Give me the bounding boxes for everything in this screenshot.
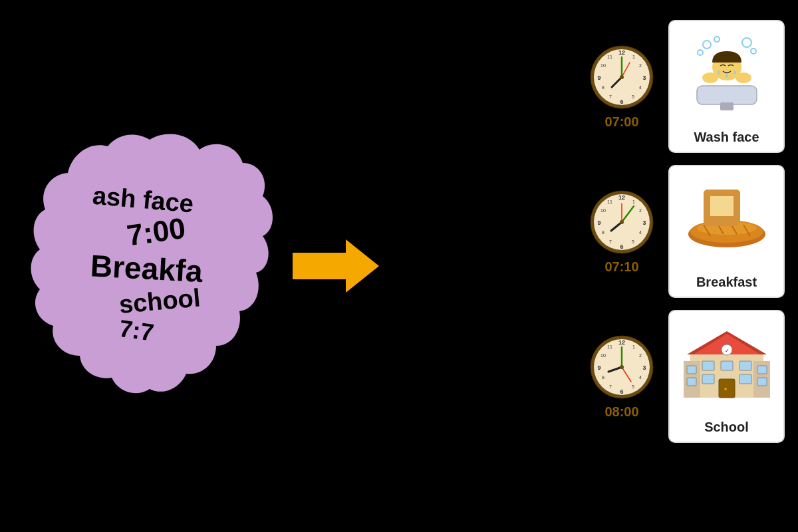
schedule-item-2: 12 3 6 9 1 2 4 5 11 10 8 7	[589, 165, 785, 298]
clock-wrapper-3: 12 3 6 9 1 2 4 5 11 10 8 7	[589, 334, 655, 420]
svg-text:4: 4	[639, 85, 642, 90]
svg-point-27	[702, 72, 718, 83]
activity-card-2: Breakfast	[668, 165, 785, 298]
clock-3: 12 3 6 9 1 2 4 5 11 10 8 7	[589, 334, 655, 400]
svg-text:11: 11	[607, 55, 612, 59]
schedule-item-3: 12 3 6 9 1 2 4 5 11 10 8 7	[589, 310, 785, 443]
svg-text:12: 12	[618, 49, 625, 56]
clock-2: 12 3 6 9 1 2 4 5 11 10 8 7	[589, 189, 655, 255]
svg-rect-61	[704, 190, 710, 226]
svg-text:1: 1	[632, 200, 635, 204]
svg-text:4: 4	[639, 230, 642, 235]
breakfast-icon	[684, 174, 770, 261]
main-container: ash face 7:00 Breakfa school 7:7 12 3	[0, 0, 798, 532]
svg-point-31	[726, 74, 728, 78]
clock-time-2: 07:10	[604, 259, 638, 275]
svg-text:5: 5	[632, 239, 634, 244]
svg-rect-96	[739, 374, 751, 384]
svg-point-29	[718, 70, 720, 74]
svg-point-98	[724, 388, 727, 390]
svg-text:12: 12	[618, 339, 625, 346]
activity-card-3: ✓	[668, 310, 785, 443]
svg-text:1: 1	[632, 55, 635, 59]
clock-wrapper-1: 12 3 6 9 1 2 4 5 11 10 8 7	[589, 44, 655, 130]
cloud-line-2: 7:00	[125, 211, 188, 254]
cloud-line-5: 7:7	[117, 314, 156, 347]
clock-1: 12 3 6 9 1 2 4 5 11 10 8 7	[589, 44, 655, 110]
school-icon: ✓	[684, 319, 770, 406]
svg-point-22	[742, 38, 751, 47]
clock-time-1: 07:00	[604, 114, 638, 130]
svg-text:5: 5	[632, 384, 634, 389]
svg-rect-62	[733, 190, 740, 226]
cloud-blob: ash face 7:00 Breakfa school 7:7	[27, 126, 273, 406]
cloud-text: ash face 7:00 Breakfa school 7:7	[27, 126, 273, 406]
svg-text:3: 3	[642, 219, 646, 226]
svg-text:1: 1	[632, 344, 635, 349]
svg-text:9: 9	[597, 219, 600, 226]
svg-text:8: 8	[602, 375, 604, 380]
svg-point-30	[733, 70, 736, 74]
svg-text:7: 7	[609, 94, 612, 99]
school-label: School	[704, 420, 749, 435]
wash-face-icon	[684, 29, 770, 116]
svg-text:10: 10	[600, 63, 606, 68]
svg-rect-91	[757, 378, 767, 386]
svg-text:✓: ✓	[724, 348, 729, 354]
svg-rect-97	[719, 379, 735, 398]
svg-marker-0	[293, 239, 379, 293]
svg-text:2: 2	[639, 208, 642, 213]
svg-point-18	[620, 75, 624, 79]
svg-point-20	[714, 37, 720, 42]
svg-rect-93	[721, 361, 733, 370]
svg-text:6: 6	[620, 98, 623, 105]
schedule-item-1: 12 3 6 9 1 2 4 5 11 10 8 7	[589, 20, 785, 153]
svg-rect-94	[739, 361, 751, 370]
svg-text:7: 7	[609, 239, 612, 244]
svg-text:5: 5	[632, 94, 634, 99]
svg-text:11: 11	[607, 200, 612, 204]
svg-text:4: 4	[639, 375, 642, 380]
clock-wrapper-2: 12 3 6 9 1 2 4 5 11 10 8 7	[589, 189, 655, 275]
svg-text:2: 2	[639, 353, 642, 358]
wash-face-label: Wash face	[694, 130, 759, 145]
svg-point-21	[698, 50, 703, 55]
svg-point-49	[620, 220, 624, 224]
svg-text:11: 11	[607, 344, 612, 349]
svg-text:8: 8	[602, 85, 604, 90]
svg-text:12: 12	[618, 194, 625, 201]
svg-text:6: 6	[620, 388, 623, 395]
svg-text:3: 3	[642, 364, 646, 371]
svg-text:3: 3	[642, 74, 646, 81]
svg-text:10: 10	[600, 208, 606, 213]
svg-point-19	[703, 41, 711, 49]
svg-text:8: 8	[602, 230, 604, 235]
activity-card-1: Wash face	[668, 20, 785, 153]
svg-text:9: 9	[597, 74, 600, 81]
clock-time-3: 08:00	[604, 404, 638, 420]
svg-rect-92	[702, 361, 714, 370]
svg-point-23	[751, 49, 756, 54]
svg-text:2: 2	[639, 63, 642, 68]
svg-rect-90	[757, 366, 767, 374]
svg-point-80	[620, 365, 624, 369]
svg-text:7: 7	[609, 384, 612, 389]
svg-point-28	[735, 72, 751, 83]
svg-text:6: 6	[620, 243, 623, 250]
schedule-container: 12 3 6 9 1 2 4 5 11 10 8 7	[589, 20, 785, 443]
breakfast-label: Breakfast	[696, 275, 757, 290]
svg-text:9: 9	[597, 364, 600, 371]
svg-text:10: 10	[600, 353, 606, 358]
svg-rect-89	[687, 378, 696, 386]
svg-rect-25	[720, 102, 733, 110]
arrow-container	[293, 236, 379, 296]
svg-rect-88	[687, 366, 696, 374]
svg-rect-24	[697, 86, 757, 104]
svg-rect-95	[702, 374, 714, 384]
